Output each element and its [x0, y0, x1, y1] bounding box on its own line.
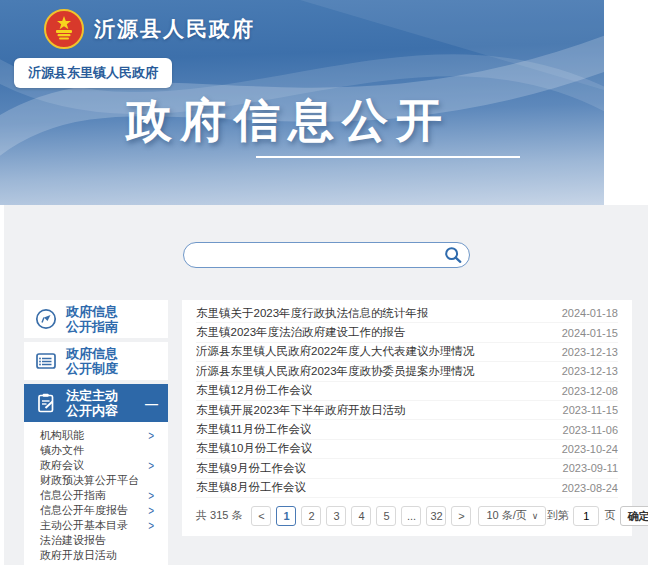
sub-site-badge[interactable]: 沂源县东里镇人民政府: [14, 58, 172, 88]
news-row[interactable]: 东里镇8月份工作会议 2023-08-24: [196, 479, 618, 498]
sidebar-item-label: 政府信息 公开制度: [66, 346, 118, 376]
search-button[interactable]: [442, 245, 464, 265]
news-row[interactable]: 东里镇2023年度法治政府建设工作的报告 2024-01-15: [196, 323, 618, 342]
search-input[interactable]: [184, 243, 469, 267]
news-link[interactable]: 沂源县东里镇人民政府2022年度人大代表建议办理情况: [196, 344, 475, 359]
submenu-item-basic-directory[interactable]: 主动公开基本目录 >: [24, 518, 168, 533]
national-emblem-icon: [44, 9, 84, 49]
pagination-page-4[interactable]: 4: [351, 506, 371, 526]
news-date: 2023-09-11: [563, 462, 618, 474]
submenu-item-annual-report[interactable]: 信息公开年度报告 >: [24, 503, 168, 518]
pagination-prev-button[interactable]: <: [251, 506, 271, 526]
news-row[interactable]: 东里镇10月份工作会议 2023-10-24: [196, 440, 618, 459]
sidebar: 政府信息 公开指南 政府信息: [24, 300, 168, 569]
collapse-minus-icon[interactable]: —: [145, 396, 160, 411]
goto-suffix-label: 页: [604, 508, 615, 523]
news-link[interactable]: 东里镇11月份工作会议: [196, 422, 311, 437]
news-link[interactable]: 东里镇开展2023年下半年政府开放日活动: [196, 403, 406, 418]
pagination-page-2[interactable]: 2: [301, 506, 321, 526]
news-link[interactable]: 东里镇2023年度法治政府建设工作的报告: [196, 325, 406, 340]
sidebar-submenu: 机构职能 > 镇办文件 政府会议 > 财政预决算公开平台 信息公开指南: [24, 422, 168, 569]
news-date: 2023-08-24: [562, 482, 618, 494]
submenu-item-info-guide[interactable]: 信息公开指南 >: [24, 488, 168, 503]
pagination-next-button[interactable]: >: [451, 506, 471, 526]
submenu-item-open-day[interactable]: 政府开放日活动: [24, 548, 168, 563]
pagination-page-1[interactable]: 1: [276, 506, 296, 526]
search-icon: [443, 245, 463, 265]
news-date: 2023-10-24: [562, 443, 618, 455]
search-row: [4, 205, 648, 268]
news-row[interactable]: 沂源县东里镇人民政府2023年度政协委员提案办理情况 2023-12-13: [196, 362, 618, 381]
chevron-right-icon: >: [148, 459, 154, 472]
goto-page-group: 到第 页 确定: [546, 506, 648, 526]
news-link[interactable]: 东里镇9月份工作会议: [196, 461, 306, 476]
site-title: 沂源县人民政府: [94, 15, 255, 43]
news-link[interactable]: 东里镇12月份工作会议: [196, 383, 312, 398]
content-area: 政府信息 公开指南 政府信息: [4, 205, 648, 565]
page-title-underline: [256, 156, 520, 158]
pagination-page-5[interactable]: 5: [376, 506, 396, 526]
sidebar-item-disclosure-system[interactable]: 政府信息 公开制度: [24, 342, 168, 380]
news-date: 2024-01-18: [562, 307, 618, 319]
search-box: [183, 242, 470, 268]
news-panel: 东里镇关于2023年度行政执法信息的统计年报 2024-01-18 东里镇202…: [182, 300, 632, 536]
news-date: 2023-12-08: [562, 385, 618, 397]
pagination-page-32[interactable]: 32: [426, 506, 446, 526]
site-logo-link[interactable]: 沂源县人民政府: [44, 9, 255, 49]
pagination: 共 315 条 < 1 2 3 4 5 ... 32 > 10 条/页 ∨ 到第…: [196, 506, 618, 526]
header-banner: 沂源县人民政府 沂源县东里镇人民政府 政府信息公开: [0, 0, 604, 205]
pagination-page-3[interactable]: 3: [326, 506, 346, 526]
chevron-right-icon: >: [148, 519, 154, 532]
chevron-down-icon: ∨: [532, 511, 539, 521]
news-row[interactable]: 东里镇9月份工作会议 2023-09-11: [196, 459, 618, 478]
page-size-dropdown[interactable]: 10 条/页 ∨: [478, 506, 546, 526]
clipboard-pen-icon: [34, 391, 66, 415]
news-link[interactable]: 东里镇8月份工作会议: [196, 480, 306, 495]
list-icon: [34, 349, 66, 373]
submenu-item-budget-platform[interactable]: 财政预决算公开平台: [24, 473, 168, 488]
content-columns: 政府信息 公开指南 政府信息: [24, 300, 632, 569]
submenu-item-gov-meetings[interactable]: 政府会议 >: [24, 458, 168, 473]
news-link[interactable]: 东里镇关于2023年度行政执法信息的统计年报: [196, 306, 429, 321]
goto-page-input[interactable]: [573, 506, 599, 526]
news-row[interactable]: 东里镇关于2023年度行政执法信息的统计年报 2024-01-18: [196, 304, 618, 323]
news-date: 2023-12-13: [562, 365, 618, 377]
compass-icon: [34, 307, 66, 331]
sidebar-item-label: 法定主动 公开内容: [66, 388, 118, 418]
sidebar-item-statutory-disclosure[interactable]: 法定主动 公开内容 —: [24, 384, 168, 422]
news-row[interactable]: 沂源县东里镇人民政府2022年度人大代表建议办理情况 2023-12-13: [196, 343, 618, 362]
news-row[interactable]: 东里镇开展2023年下半年政府开放日活动 2023-11-15: [196, 401, 618, 420]
pagination-total: 共 315 条: [196, 508, 242, 523]
goto-prefix-label: 到第: [546, 508, 568, 523]
sidebar-item-disclosure-guide[interactable]: 政府信息 公开指南: [24, 300, 168, 338]
chevron-right-icon: >: [148, 429, 154, 442]
submenu-item-town-documents[interactable]: 镇办文件: [24, 443, 168, 458]
goto-confirm-button[interactable]: 确定: [620, 506, 648, 526]
news-date: 2023-11-15: [563, 404, 618, 416]
chevron-right-icon: >: [148, 504, 154, 517]
chevron-right-icon: >: [148, 489, 154, 502]
page-title: 政府信息公开: [126, 90, 450, 152]
submenu-item-org-functions[interactable]: 机构职能 >: [24, 428, 168, 443]
sidebar-item-label: 政府信息 公开指南: [66, 304, 118, 334]
news-date: 2023-11-06: [563, 424, 618, 436]
news-link[interactable]: 东里镇10月份工作会议: [196, 441, 312, 456]
submenu-item-rule-of-law-report[interactable]: 法治建设报告: [24, 533, 168, 548]
news-date: 2023-12-13: [562, 346, 618, 358]
news-date: 2024-01-15: [562, 327, 618, 339]
news-link[interactable]: 沂源县东里镇人民政府2023年度政协委员提案办理情况: [196, 364, 475, 379]
news-row[interactable]: 东里镇11月份工作会议 2023-11-06: [196, 420, 618, 439]
news-row[interactable]: 东里镇12月份工作会议 2023-12-08: [196, 382, 618, 401]
pagination-ellipsis[interactable]: ...: [401, 506, 421, 526]
